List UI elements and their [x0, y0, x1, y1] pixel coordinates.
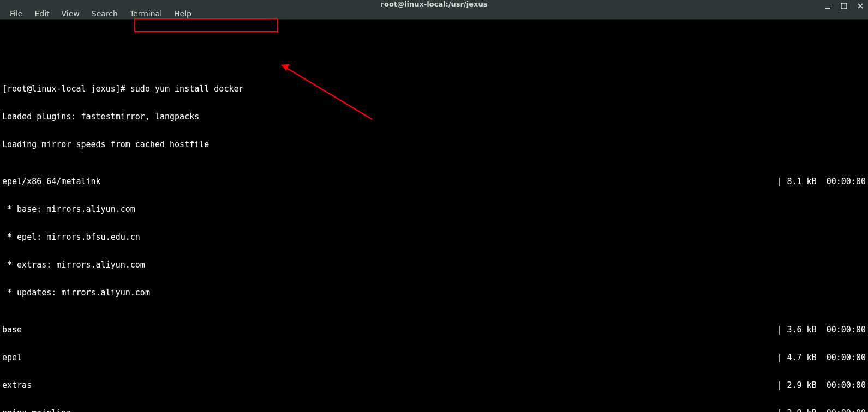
annotation-highlight-box [134, 18, 278, 32]
output-text: Loading mirror speeds from cached hostfi… [2, 140, 866, 149]
repo-name: nginx-mainline [2, 409, 71, 412]
output-text: * extras: mirrors.aliyun.com [2, 260, 866, 270]
repo-name: base [2, 325, 22, 335]
repo-size: | 2.9 kB 00:00:00 [777, 381, 866, 390]
prompt-prefix: [root@linux-local jexus]# [2, 84, 130, 94]
output-text: Loaded plugins: fastestmirror, langpacks [2, 112, 866, 122]
window: root@linux-local:/usr/jexus File Edit Vi… [0, 0, 868, 412]
window-title: root@linux-local:/usr/jexus [381, 0, 488, 8]
svg-rect-1 [841, 3, 847, 9]
repo-line: nginx-mainline| 2.9 kB 00:00:00 [2, 409, 866, 412]
output-text: * base: mirrors.aliyun.com [2, 205, 866, 214]
output-text: * updates: mirrors.aliyun.com [2, 288, 866, 298]
repo-name: epel [2, 353, 22, 362]
repo-line: base| 3.6 kB 00:00:00 [2, 325, 866, 335]
svg-rect-0 [825, 8, 830, 9]
terminal[interactable]: [root@linux-local jexus]# sudo yum insta… [0, 20, 868, 412]
menu-terminal[interactable]: Terminal [124, 8, 167, 19]
repo-line: extras| 2.9 kB 00:00:00 [2, 381, 866, 390]
maximize-icon[interactable] [840, 2, 848, 10]
output-text: * epel: mirrors.bfsu.edu.cn [2, 233, 866, 242]
close-icon[interactable] [856, 2, 865, 10]
repo-size: | 4.7 kB 00:00:00 [777, 353, 866, 362]
output-line: epel/x86_64/metalink | 8.1 kB 00:00:00 [2, 177, 866, 186]
window-buttons [823, 2, 865, 10]
prompt-line: [root@linux-local jexus]# sudo yum insta… [2, 84, 866, 94]
repo-name: extras [2, 381, 32, 390]
svg-marker-5 [282, 64, 290, 71]
repo-size: | 3.6 kB 00:00:00 [777, 325, 866, 335]
minimize-icon[interactable] [823, 2, 832, 10]
prompt-command: sudo yum install docker [130, 84, 244, 94]
output-size: | 8.1 kB 00:00:00 [777, 177, 866, 186]
menu-help[interactable]: Help [169, 8, 197, 19]
menu-file[interactable]: File [4, 8, 28, 19]
menu-search[interactable]: Search [86, 8, 123, 19]
menubar: File Edit View Search Terminal Help [0, 8, 868, 20]
output-text: epel/x86_64/metalink [2, 177, 101, 186]
menu-edit[interactable]: Edit [29, 8, 55, 19]
menu-view[interactable]: View [56, 8, 85, 19]
titlebar: root@linux-local:/usr/jexus [0, 0, 868, 8]
repo-line: epel| 4.7 kB 00:00:00 [2, 353, 866, 362]
repo-size: | 2.9 kB 00:00:00 [777, 409, 866, 412]
